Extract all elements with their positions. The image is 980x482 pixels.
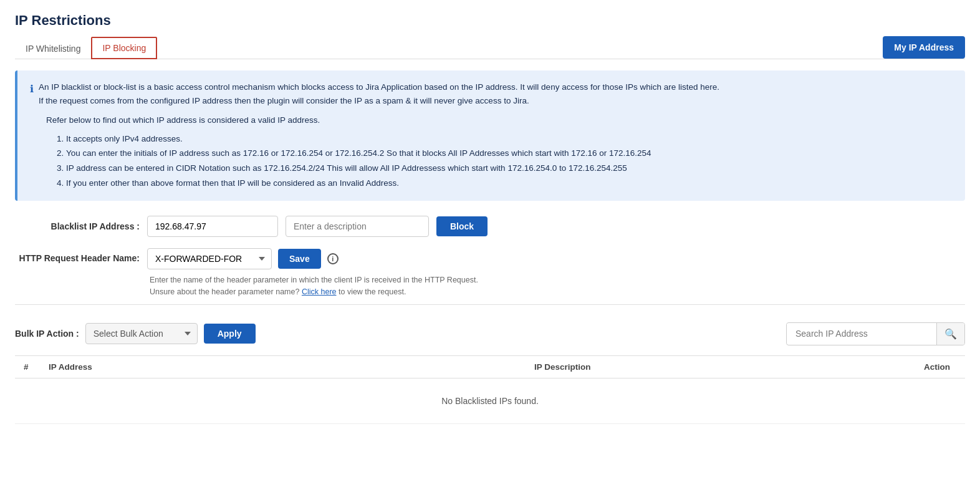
info-refer-text: Refer below to find out which IP address… <box>46 115 320 125</box>
header-help-line2: Unsure about the header parameter name? <box>150 287 299 296</box>
header-help-line1: Enter the name of the header parameter i… <box>150 276 478 284</box>
table-empty-row: No Blacklisted IPs found. <box>15 378 965 423</box>
bulk-action-row: Bulk IP Action : Select Bulk Action Dele… <box>15 317 965 345</box>
header-label: HTTP Request Header Name: <box>15 248 140 263</box>
info-item-3: IP address can be entered in CIDR Notati… <box>66 161 953 175</box>
blacklist-label: Blacklist IP Address : <box>15 221 140 231</box>
info-item-1: It accepts only IPv4 addresses. <box>66 132 953 146</box>
empty-message: No Blacklisted IPs found. <box>15 378 965 423</box>
bulk-action-select[interactable]: Select Bulk Action Delete Selected Enabl… <box>85 323 198 344</box>
header-info-icon[interactable]: i <box>327 253 339 264</box>
tab-blocking[interactable]: IP Blocking <box>91 37 157 59</box>
info-icon: ℹ <box>30 81 34 97</box>
header-help-text: Enter the name of the header parameter i… <box>150 274 478 298</box>
ip-table: # IP Address IP Description Action No Bl… <box>15 355 965 424</box>
header-inputs-group: X-FORWARDED-FOR X-Real-IP CF-Connecting-… <box>147 248 478 298</box>
table-header-row: # IP Address IP Description Action <box>15 355 965 378</box>
info-list: It accepts only IPv4 addresses. You can … <box>66 132 953 190</box>
info-item-2: You can enter the initials of IP address… <box>66 147 953 160</box>
header-help-line3: to view the request. <box>339 287 406 296</box>
search-ip-input[interactable] <box>787 324 936 344</box>
divider <box>15 304 965 305</box>
header-select[interactable]: X-FORWARDED-FOR X-Real-IP CF-Connecting-… <box>147 248 272 269</box>
tab-whitelisting[interactable]: IP Whitelisting <box>15 38 91 59</box>
bulk-left-group: Bulk IP Action : Select Bulk Action Dele… <box>15 323 256 344</box>
info-text1: An IP blacklist or block-list is a basic… <box>39 82 719 92</box>
bulk-label: Bulk IP Action : <box>15 329 79 339</box>
info-text2: If the request comes from the configured… <box>39 96 529 105</box>
click-here-link[interactable]: Click here <box>302 287 337 296</box>
info-item-4: If you enter other than above format the… <box>66 176 953 190</box>
search-container: 🔍 <box>786 322 965 345</box>
page-title: IP Restrictions <box>15 12 965 29</box>
apply-button[interactable]: Apply <box>204 324 256 344</box>
search-icon: 🔍 <box>944 329 957 339</box>
col-header-action: Action <box>752 355 965 378</box>
tabs-row: IP Whitelisting IP Blocking My IP Addres… <box>15 36 965 59</box>
blacklist-form-row: Blacklist IP Address : Block <box>15 216 965 237</box>
ip-description-input[interactable] <box>286 216 429 237</box>
header-form-row: HTTP Request Header Name: X-FORWARDED-FO… <box>15 248 965 298</box>
tabs-container: IP Whitelisting IP Blocking <box>15 37 157 59</box>
block-button[interactable]: Block <box>436 216 488 236</box>
col-header-hash: # <box>15 355 40 378</box>
col-header-ip: IP Address <box>40 355 372 378</box>
save-button[interactable]: Save <box>278 249 321 269</box>
col-header-desc: IP Description <box>372 355 752 378</box>
ip-address-input[interactable] <box>147 216 278 237</box>
my-ip-address-button[interactable]: My IP Address <box>883 36 965 59</box>
ip-table-section: # IP Address IP Description Action No Bl… <box>15 355 965 424</box>
info-box: ℹ An IP blacklist or block-list is a bas… <box>15 70 965 201</box>
search-button[interactable]: 🔍 <box>936 323 964 345</box>
